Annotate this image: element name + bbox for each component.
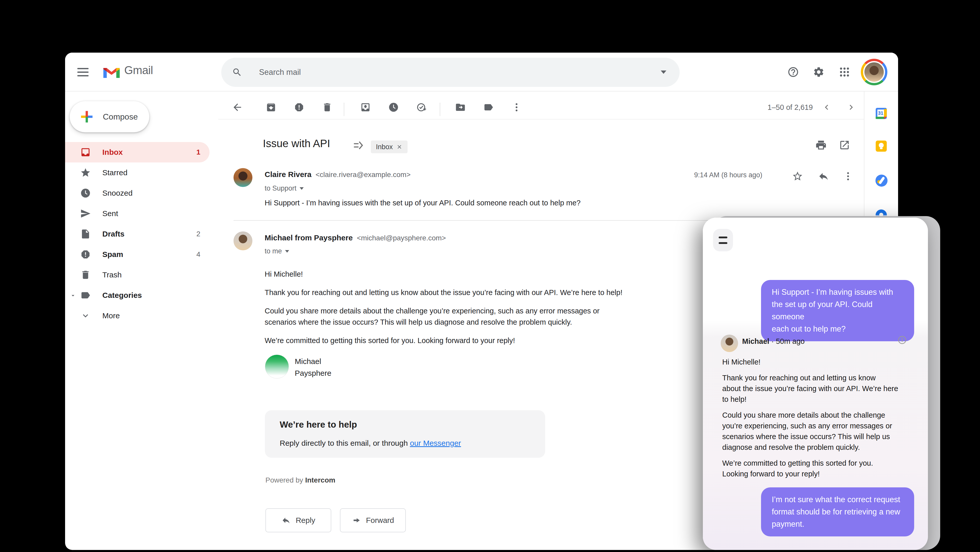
pagination-label: 1–50 of 2,619	[729, 103, 813, 112]
help-button[interactable]	[781, 60, 805, 84]
toolbar-separator	[440, 103, 440, 116]
printer-icon	[815, 139, 827, 151]
messenger-link[interactable]: our Messenger	[410, 439, 461, 447]
older-page-button[interactable]	[843, 99, 859, 115]
agent-name: Michael	[742, 337, 769, 345]
spam-count: 4	[196, 250, 200, 258]
chat-paragraph: We’re committed to getting this sorted f…	[722, 458, 907, 479]
compose-button[interactable]: Compose	[70, 101, 149, 132]
email1-body: Hi Support - I’m having issues with the …	[265, 197, 775, 209]
compose-plus-icon	[80, 110, 94, 124]
signature-name: Michael	[295, 357, 321, 366]
print-button[interactable]	[813, 137, 829, 153]
thread-expand-icon[interactable]	[353, 140, 364, 151]
sidebar-item-categories[interactable]: Categories	[65, 285, 210, 305]
search-input[interactable]: Search mail	[259, 58, 301, 87]
settings-button[interactable]	[807, 60, 830, 84]
sidebar-item-spam[interactable]: Spam 4	[65, 244, 210, 265]
gmail-logo-icon	[103, 65, 120, 78]
sidebar-item-snoozed[interactable]: Snoozed	[65, 183, 210, 203]
chevron-right-icon	[846, 102, 856, 112]
main-menu-button[interactable]	[72, 61, 94, 83]
forward-arrow-icon	[352, 516, 361, 525]
mark-unread-button[interactable]	[357, 99, 374, 115]
chip-close-icon[interactable]	[396, 144, 402, 150]
more-vert-icon	[843, 171, 853, 182]
account-avatar[interactable]	[861, 59, 887, 85]
send-icon	[80, 208, 91, 219]
messenger-menu-button[interactable]	[713, 229, 733, 251]
signature-company: Paysphere	[295, 369, 331, 378]
report-spam-button[interactable]	[291, 99, 307, 115]
powered-by-line: Powered by Intercom	[266, 476, 335, 484]
archive-icon	[266, 102, 277, 113]
envelope-icon	[360, 102, 371, 113]
draft-icon	[80, 228, 91, 239]
expander-arrow-icon[interactable]	[70, 292, 76, 299]
compose-label: Compose	[103, 112, 138, 121]
email-paragraph: Could you share more details about the c…	[265, 305, 724, 328]
agent-time: · 50m ago	[769, 337, 805, 345]
paysphere-logo	[265, 354, 289, 378]
sender-avatar-michael[interactable]	[234, 231, 252, 250]
move-to-button[interactable]	[452, 99, 469, 115]
folder-move-icon	[455, 102, 466, 113]
sidebar-item-starred[interactable]: Starred	[65, 163, 210, 183]
sender-name: Michael from Paysphere	[265, 233, 353, 242]
reply-icon-button[interactable]	[815, 168, 832, 184]
chevron-left-icon	[821, 102, 832, 112]
help-box-text: Reply directly to this email, or through…	[280, 439, 461, 448]
reply-arrow-icon	[818, 171, 829, 182]
reply-button[interactable]: Reply	[266, 508, 331, 532]
sender-avatar-claire[interactable]	[234, 168, 252, 187]
star-message-button[interactable]	[789, 168, 806, 184]
sidebar-item-sent[interactable]: Sent	[65, 203, 210, 224]
svg-text:31: 31	[878, 110, 883, 116]
help-box-title: We’re here to help	[280, 420, 357, 430]
calendar-icon[interactable]: 31	[875, 107, 888, 121]
search-bar[interactable]: Search mail	[221, 58, 679, 87]
inbox-icon	[80, 147, 91, 158]
email-paragraph: Hi Michelle!	[265, 268, 724, 280]
search-options-caret-icon[interactable]	[661, 70, 667, 74]
sidebar-item-more[interactable]: More	[65, 305, 210, 326]
tasks-icon[interactable]	[875, 174, 888, 188]
snooze-button[interactable]	[385, 99, 402, 115]
more-options-button[interactable]	[508, 99, 525, 115]
email1-recipient-row[interactable]: to Support	[265, 184, 304, 192]
sidebar-item-trash[interactable]: Trash	[65, 265, 210, 285]
sender-address: <claire.rivera@example.com>	[315, 171, 410, 179]
open-in-new-window-button[interactable]	[836, 137, 853, 153]
back-button[interactable]	[229, 99, 245, 115]
sender-address: <michael@paysphere.com>	[357, 234, 446, 242]
messenger-widget: Hi Support - I’m having issues with the …	[703, 218, 928, 550]
spam-icon	[80, 249, 91, 260]
sidebar-item-drafts[interactable]: Drafts 2	[65, 224, 210, 244]
email-paragraph: Thank you for reaching out and letting u…	[265, 287, 724, 298]
add-to-tasks-button[interactable]	[414, 99, 430, 115]
delete-button[interactable]	[319, 99, 335, 115]
task-add-icon	[416, 102, 427, 113]
email2-body: Hi Michelle! Thank you for reaching out …	[265, 268, 724, 346]
help-callout-box: We’re here to help Reply directly to thi…	[265, 410, 545, 458]
message-info-button[interactable]	[897, 335, 907, 346]
email2-recipient-row[interactable]: to me	[265, 247, 289, 255]
snooze-clock-icon	[388, 102, 399, 113]
labels-button[interactable]	[480, 99, 496, 115]
agent-name-row: Michael · 50m ago	[742, 337, 805, 346]
keep-icon[interactable]	[875, 139, 888, 154]
message-more-button[interactable]	[840, 168, 856, 184]
agent-avatar	[721, 335, 738, 352]
archive-button[interactable]	[263, 99, 279, 115]
info-icon	[897, 335, 907, 345]
email1-timestamp: 9:14 AM (8 hours ago)	[627, 171, 762, 179]
newer-page-button[interactable]	[818, 99, 835, 115]
toolbar-separator	[344, 103, 344, 116]
thread-label-chip[interactable]: Inbox	[371, 140, 407, 153]
gear-icon	[813, 66, 824, 78]
apps-grid-button[interactable]	[833, 60, 856, 84]
sidebar-item-inbox[interactable]: Inbox 1	[65, 142, 210, 163]
forward-button[interactable]: Forward	[340, 508, 406, 532]
gmail-wordmark: Gmail	[124, 64, 153, 77]
agent-message-body: Hi Michelle! Thank you for reaching out …	[722, 357, 907, 484]
